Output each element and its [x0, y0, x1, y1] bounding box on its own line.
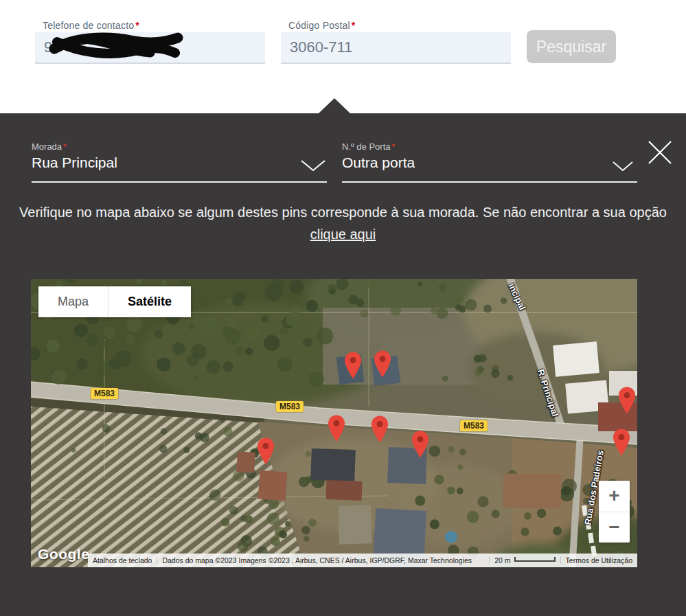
- map-scale-ruler: [514, 557, 556, 562]
- phone-input[interactable]: 96: [35, 32, 265, 64]
- street-dropdown-value: Rua Principal: [32, 155, 327, 171]
- required-asterisk: *: [135, 20, 139, 31]
- phone-label: Telefone de contacto*: [35, 20, 265, 31]
- road-badge-m583: M583: [460, 420, 488, 431]
- map-data-attribution: Dados do mapa ©2023 Imagens ©2023 , Airb…: [157, 556, 489, 564]
- map-scale: 20 m: [489, 556, 560, 564]
- google-map[interactable]: incipalR. PrincipalRua dos Padeiros M583…: [31, 279, 637, 567]
- road-badge-m583: M583: [91, 388, 118, 399]
- map-pin[interactable]: [328, 414, 345, 443]
- map-tab[interactable]: Mapa: [38, 286, 108, 317]
- address-picker-screen: Telefone de contacto* 96 Código Postal* …: [0, 0, 686, 616]
- redaction-scribble: [42, 28, 186, 64]
- street-dropdown-label: Morada*: [32, 141, 327, 152]
- close-icon: [646, 139, 674, 166]
- door-number-dropdown-label: N.º de Porta*: [342, 141, 637, 152]
- chevron-down-icon: [613, 161, 633, 172]
- map-pin[interactable]: [257, 437, 275, 466]
- google-logo[interactable]: Google: [38, 546, 89, 562]
- clique-aqui-link[interactable]: clique aqui: [310, 227, 376, 242]
- required-asterisk: *: [352, 20, 356, 31]
- map-zoom-control: + −: [599, 481, 630, 543]
- required-asterisk: *: [63, 141, 67, 152]
- door-number-dropdown-value: Outra porta: [342, 155, 637, 171]
- zoom-in-button[interactable]: +: [599, 481, 630, 512]
- map-scale-label: 20 m: [494, 556, 510, 564]
- close-button[interactable]: [645, 138, 675, 168]
- panel-pointer-notch: [319, 98, 350, 113]
- map-pin[interactable]: [618, 386, 636, 415]
- map-pin[interactable]: [371, 415, 389, 444]
- satellite-tab[interactable]: Satélite: [108, 286, 191, 317]
- map-pin[interactable]: [374, 350, 391, 378]
- map-pin[interactable]: [411, 430, 429, 459]
- terms-of-use-link[interactable]: Termos de Utilização: [560, 556, 637, 564]
- postal-field-group: Código Postal* 3060-711: [281, 20, 511, 64]
- map-attribution-bar: Atalhos de teclado Dados do mapa ©2023 I…: [88, 554, 637, 567]
- map-pin[interactable]: [613, 428, 630, 457]
- zoom-out-button[interactable]: −: [599, 512, 630, 543]
- map-type-control: Mapa Satélite: [38, 286, 191, 317]
- phone-field-group: Telefone de contacto* 96: [35, 20, 265, 64]
- postal-value: 3060-711: [281, 38, 352, 56]
- chevron-down-icon: [301, 160, 325, 172]
- postal-label: Código Postal*: [281, 20, 511, 31]
- address-panel: Morada* Rua Principal N.º de Porta* Outr…: [0, 113, 686, 616]
- verify-message: Verifique no mapa abaixo se algum destes…: [0, 201, 686, 245]
- map-pin[interactable]: [344, 351, 362, 380]
- door-number-dropdown[interactable]: N.º de Porta* Outra porta: [342, 139, 637, 183]
- phone-value: 96: [35, 38, 60, 56]
- keyboard-shortcuts-button[interactable]: Atalhos de teclado: [88, 556, 157, 564]
- required-asterisk: *: [392, 141, 396, 152]
- road-badge-m583: M583: [276, 401, 304, 412]
- search-button[interactable]: Pesquisar: [527, 30, 616, 63]
- postal-input[interactable]: 3060-711: [281, 32, 511, 64]
- street-dropdown[interactable]: Morada* Rua Principal: [32, 139, 327, 183]
